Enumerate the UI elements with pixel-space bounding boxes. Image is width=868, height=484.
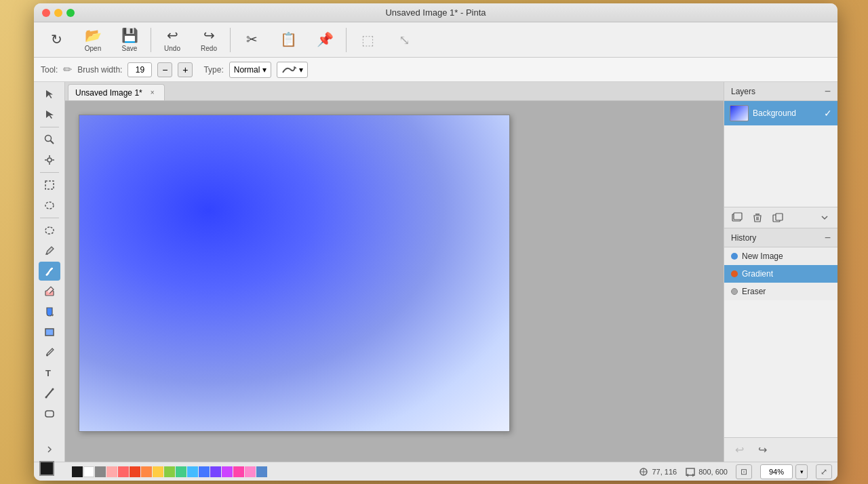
curve-button[interactable]: ▾	[277, 62, 308, 78]
add-layer-icon	[732, 212, 743, 223]
undo-label: Undo	[164, 45, 180, 52]
palette-color-purple[interactable]	[210, 466, 221, 477]
palette-color-white[interactable]	[83, 466, 94, 477]
rect-draw-icon	[44, 327, 55, 338]
brush-width-input[interactable]	[127, 62, 152, 77]
svg-text:T: T	[45, 368, 51, 378]
layer-add-button[interactable]	[728, 209, 746, 226]
coordinates-value: 77, 116	[652, 468, 677, 476]
layers-header: Layers −	[724, 82, 837, 101]
palette-color-lightpink[interactable]	[245, 466, 256, 477]
eraser-tool[interactable]	[39, 282, 60, 301]
palette-color-green[interactable]	[164, 466, 175, 477]
palette-color-teal[interactable]	[176, 466, 186, 477]
palette-color-magenta[interactable]	[222, 466, 233, 477]
history-redo-button[interactable]: ↪	[753, 441, 772, 459]
undo-button[interactable]: ↩ Undo	[155, 25, 189, 55]
lasso-tool[interactable]	[39, 221, 60, 240]
line-icon	[44, 388, 55, 399]
tab-close-button[interactable]: ×	[148, 88, 157, 98]
palette-color-lightred[interactable]	[106, 466, 117, 477]
palette-color-gray[interactable]	[95, 466, 106, 477]
save-label: Save	[122, 45, 138, 52]
save-icon: 💾	[121, 27, 138, 43]
history-title: History	[731, 233, 756, 243]
maximize-button[interactable]	[66, 9, 75, 17]
copy-button[interactable]: 📋	[271, 25, 305, 55]
palette-color-steel[interactable]	[256, 466, 267, 477]
save-button[interactable]: 💾 Save	[113, 25, 146, 55]
fit-to-window-button[interactable]: ⊡	[736, 464, 752, 479]
canvas-image[interactable]	[79, 115, 510, 432]
text-tool[interactable]: T	[39, 363, 60, 382]
layer-delete-button[interactable]	[749, 209, 766, 226]
palette-color-orange[interactable]	[141, 466, 152, 477]
color-picker-tool[interactable]	[39, 343, 60, 362]
history-undo-button[interactable]: ↩	[730, 441, 749, 459]
history-item-label: Eraser	[742, 287, 766, 296]
color-swatches[interactable]	[39, 461, 64, 481]
resize-button[interactable]: ⤡	[387, 25, 421, 55]
fullscreen-button[interactable]: ⤢	[816, 464, 832, 479]
brush-tool[interactable]	[39, 262, 60, 281]
palette-color-cyan[interactable]	[187, 466, 198, 477]
layer-background[interactable]: Background ✓	[724, 101, 837, 125]
cut-button[interactable]: ✂	[235, 25, 269, 55]
brush-icon	[44, 266, 55, 277]
layer-duplicate-button[interactable]	[769, 209, 787, 226]
tab-title: Unsaved Image 1*	[75, 88, 142, 98]
palette-color-black[interactable]	[72, 466, 83, 477]
tool-sep-2	[40, 172, 59, 173]
pencil-tool[interactable]	[39, 241, 60, 260]
select-tool[interactable]	[39, 85, 60, 104]
palette-color-red[interactable]	[118, 466, 129, 477]
brush-width-label: Brush width:	[77, 65, 122, 75]
history-new-image[interactable]: New Image	[724, 247, 837, 265]
line-tool[interactable]	[39, 384, 60, 403]
redo-button[interactable]: ↪ Redo	[192, 25, 226, 55]
svg-point-10	[52, 388, 54, 390]
foreground-color[interactable]	[39, 461, 54, 476]
resize-icon: ⤡	[399, 32, 410, 48]
crop-button[interactable]: ⬚	[351, 25, 384, 55]
layer-visible-check: ✓	[824, 108, 832, 119]
fill-tool[interactable]	[39, 302, 60, 321]
more-tools-button[interactable]	[39, 440, 60, 459]
rounded-rect-tool[interactable]	[39, 404, 60, 423]
canvas-tab[interactable]: Unsaved Image 1* ×	[68, 84, 165, 100]
palette-color-yellow[interactable]	[153, 466, 163, 477]
zoom-tool[interactable]	[39, 130, 60, 149]
titlebar: Unsaved Image 1* - Pinta	[34, 3, 837, 22]
new-button[interactable]: ↻	[39, 25, 73, 55]
zoom-dropdown-button[interactable]: ▾	[795, 464, 808, 479]
copy-icon: 📋	[280, 31, 297, 47]
separator-1	[151, 28, 151, 52]
type-dropdown-icon: ▾	[262, 65, 267, 75]
layers-more-button[interactable]	[816, 209, 833, 226]
palette-color-pink[interactable]	[233, 466, 244, 477]
tool-options-bar: Tool: ✏ Brush width: − + Type: Normal ▾ …	[34, 58, 837, 82]
window-title: Unsaved Image 1* - Pinta	[385, 7, 486, 18]
history-collapse-button[interactable]: −	[825, 233, 831, 243]
layers-empty-area	[724, 125, 837, 207]
layers-collapse-button[interactable]: −	[825, 86, 831, 97]
close-button[interactable]	[42, 9, 50, 17]
pan-tool[interactable]	[39, 150, 60, 169]
history-gradient[interactable]: Gradient	[724, 265, 837, 283]
palette-color-darkred[interactable]	[130, 466, 140, 477]
brush-width-increase[interactable]: +	[178, 62, 193, 77]
type-select[interactable]: Normal ▾	[229, 62, 272, 78]
brush-width-decrease[interactable]: −	[157, 62, 172, 77]
rect-select-tool[interactable]	[39, 176, 60, 195]
open-button[interactable]: 📂 Open	[76, 25, 110, 55]
rect-tool[interactable]	[39, 323, 60, 342]
ellipse-select-tool[interactable]	[39, 196, 60, 215]
size-icon	[685, 466, 696, 477]
history-eraser[interactable]: Eraser	[724, 283, 837, 300]
minimize-button[interactable]	[54, 9, 62, 17]
svg-rect-18	[776, 214, 783, 220]
select-region-tool[interactable]	[39, 105, 60, 124]
eraser-icon	[44, 286, 55, 297]
paste-button[interactable]: 📌	[308, 25, 342, 55]
palette-color-blue[interactable]	[199, 466, 210, 477]
